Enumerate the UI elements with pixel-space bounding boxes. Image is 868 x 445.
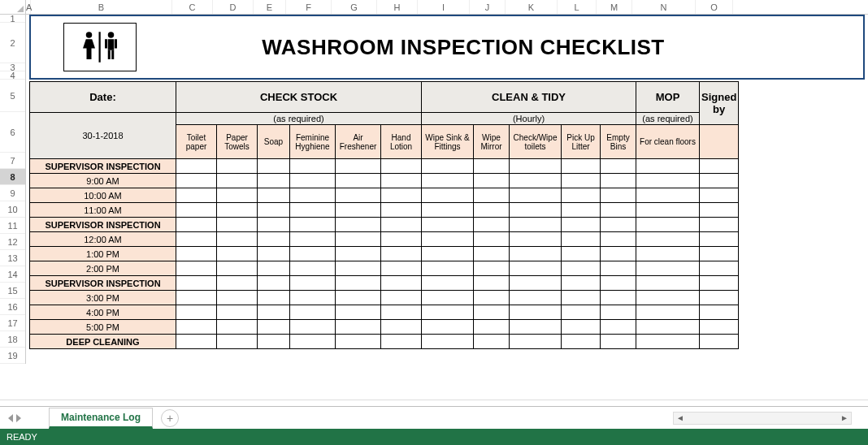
row-header-16[interactable]: 16 <box>0 299 25 315</box>
checklist-cell[interactable] <box>381 203 422 218</box>
checklist-cell[interactable] <box>601 218 636 232</box>
checklist-cell[interactable] <box>510 335 562 349</box>
checklist-cell[interactable] <box>336 174 381 188</box>
row-header-6[interactable]: 6 <box>0 112 25 153</box>
col-header-N[interactable]: N <box>632 0 696 14</box>
row-header-2[interactable]: 2 <box>0 23 25 63</box>
time-row-label[interactable]: 2:00 PM <box>30 261 176 276</box>
checklist-cell[interactable] <box>381 232 422 247</box>
checklist-cell[interactable] <box>290 174 336 188</box>
col-header-M[interactable]: M <box>597 0 632 14</box>
col-header-E[interactable]: E <box>254 0 286 14</box>
checklist-cell[interactable] <box>636 203 700 218</box>
checklist-cell[interactable] <box>601 174 636 188</box>
checklist-cell[interactable] <box>176 305 217 320</box>
checklist-cell[interactable] <box>217 276 258 291</box>
checklist-cell[interactable] <box>258 188 290 203</box>
checklist-cell[interactable] <box>601 247 636 261</box>
row-header-14[interactable]: 14 <box>0 266 25 283</box>
checklist-cell[interactable] <box>562 218 601 232</box>
checklist-cell[interactable] <box>510 305 562 320</box>
checklist-cell[interactable] <box>176 335 217 349</box>
checklist-cell[interactable] <box>258 159 290 174</box>
checklist-cell[interactable] <box>258 174 290 188</box>
checklist-cell[interactable] <box>381 218 422 232</box>
col-header-D[interactable]: D <box>213 0 254 14</box>
date-value[interactable]: 30-1-2018 <box>30 113 176 159</box>
checklist-cell[interactable] <box>601 203 636 218</box>
checklist-cell[interactable] <box>336 232 381 247</box>
checklist-cell[interactable] <box>636 174 700 188</box>
checklist-cell[interactable] <box>258 247 290 261</box>
row-header-7[interactable]: 7 <box>0 153 25 169</box>
checklist-cell[interactable] <box>636 335 700 349</box>
time-row-label[interactable]: 4:00 PM <box>30 305 176 320</box>
checklist-cell[interactable] <box>700 203 739 218</box>
row-header-13[interactable]: 13 <box>0 250 25 266</box>
row-header-12[interactable]: 12 <box>0 234 25 250</box>
checklist-cell[interactable] <box>700 159 739 174</box>
checklist-cell[interactable] <box>474 218 510 232</box>
checklist-cell[interactable] <box>217 218 258 232</box>
add-sheet-button[interactable]: + <box>161 409 179 427</box>
checklist-cell[interactable] <box>562 232 601 247</box>
checklist-cell[interactable] <box>290 159 336 174</box>
checklist-cell[interactable] <box>636 291 700 305</box>
checklist-cell[interactable] <box>510 261 562 276</box>
checklist-cell[interactable] <box>562 320 601 335</box>
row-header-9[interactable]: 9 <box>0 185 25 201</box>
checklist-cell[interactable] <box>636 188 700 203</box>
time-row-label[interactable]: 9:00 AM <box>30 174 176 188</box>
checklist-cell[interactable] <box>474 203 510 218</box>
checklist-cell[interactable] <box>474 159 510 174</box>
checklist-cell[interactable] <box>601 232 636 247</box>
checklist-cell[interactable] <box>636 218 700 232</box>
checklist-cell[interactable] <box>562 291 601 305</box>
sheet-tab-maintenance-log[interactable]: Maintenance Log <box>49 408 153 429</box>
checklist-cell[interactable] <box>601 335 636 349</box>
checklist-cell[interactable] <box>422 218 474 232</box>
row-header-18[interactable]: 18 <box>0 331 25 348</box>
checklist-cell[interactable] <box>217 261 258 276</box>
checklist-cell[interactable] <box>562 159 601 174</box>
col-header-B[interactable]: B <box>31 0 172 14</box>
checklist-cell[interactable] <box>258 291 290 305</box>
checklist-cell[interactable] <box>176 188 217 203</box>
checklist-cell[interactable] <box>562 247 601 261</box>
checklist-cell[interactable] <box>510 276 562 291</box>
checklist-cell[interactable] <box>176 232 217 247</box>
checklist-cell[interactable] <box>217 247 258 261</box>
checklist-cell[interactable] <box>336 247 381 261</box>
checklist-cell[interactable] <box>290 247 336 261</box>
checklist-cell[interactable] <box>336 276 381 291</box>
checklist-cell[interactable] <box>474 305 510 320</box>
checklist-cell[interactable] <box>474 291 510 305</box>
row-header-10[interactable]: 10 <box>0 201 25 218</box>
col-header-K[interactable]: K <box>506 0 558 14</box>
checklist-cell[interactable] <box>601 159 636 174</box>
checklist-cell[interactable] <box>217 174 258 188</box>
checklist-cell[interactable] <box>290 291 336 305</box>
checklist-cell[interactable] <box>474 276 510 291</box>
horizontal-scrollbar[interactable]: ◄ ► <box>673 412 852 425</box>
checklist-cell[interactable] <box>700 320 739 335</box>
checklist-cell[interactable] <box>700 261 739 276</box>
checklist-cell[interactable] <box>381 305 422 320</box>
checklist-cell[interactable] <box>336 291 381 305</box>
checklist-cell[interactable] <box>700 218 739 232</box>
checklist-cell[interactable] <box>601 188 636 203</box>
checklist-cell[interactable] <box>422 305 474 320</box>
checklist-cell[interactable] <box>217 320 258 335</box>
checklist-cell[interactable] <box>217 305 258 320</box>
checklist-cell[interactable] <box>601 320 636 335</box>
checklist-cell[interactable] <box>601 291 636 305</box>
checklist-cell[interactable] <box>422 159 474 174</box>
checklist-cell[interactable] <box>258 232 290 247</box>
checklist-cell[interactable] <box>562 203 601 218</box>
checklist-cell[interactable] <box>562 261 601 276</box>
checklist-cell[interactable] <box>336 159 381 174</box>
checklist-cell[interactable] <box>636 232 700 247</box>
checklist-cell[interactable] <box>601 305 636 320</box>
checklist-cell[interactable] <box>422 320 474 335</box>
checklist-cell[interactable] <box>381 188 422 203</box>
